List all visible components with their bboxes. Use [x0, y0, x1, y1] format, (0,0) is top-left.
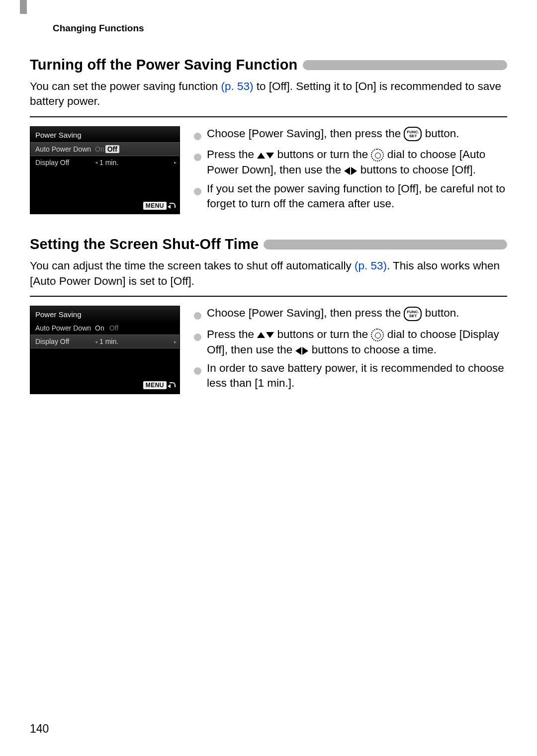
title-bar-decor	[264, 240, 507, 250]
caret-left-icon: ◂	[95, 160, 97, 165]
s1-bullet-2: Press the buttons or turn the dial to ch…	[207, 147, 507, 178]
menu-badge: MENU	[143, 381, 167, 389]
up-down-icon	[257, 148, 274, 163]
return-icon	[168, 203, 176, 209]
func-set-icon: FUNC.SET	[404, 307, 422, 321]
return-icon	[168, 382, 176, 388]
caret-left-icon: ◂	[95, 339, 97, 344]
func-set-icon: FUNC.SET	[404, 127, 422, 141]
up-down-icon	[257, 327, 274, 342]
side-tab	[20, 0, 27, 14]
caret-right-icon: ▸	[174, 339, 177, 344]
bullet-icon	[194, 147, 207, 178]
screen2-row-display-off: Display Off ◂ 1 min. ▸	[30, 335, 179, 348]
s1-bullet-3: If you set the power saving function to …	[207, 181, 507, 212]
bullet-icon	[194, 327, 207, 358]
s2-bullet-3: In order to save battery power, it is re…	[207, 361, 507, 391]
dial-icon	[371, 329, 384, 341]
section1-intro: You can set the power saving function (p…	[30, 79, 507, 109]
camera-screen-1: Power Saving Auto Power Down On Off Disp…	[30, 126, 180, 215]
left-right-icon	[295, 343, 308, 358]
page-number: 140	[30, 722, 49, 736]
caret-right-icon: ▸	[174, 160, 177, 165]
screen1-title: Power Saving	[30, 127, 179, 142]
screen2-title: Power Saving	[30, 306, 179, 322]
section-title-2: Setting the Screen Shut-Off Time	[30, 236, 259, 252]
bullet-icon	[194, 306, 207, 324]
bullet-icon	[194, 181, 207, 212]
camera-screen-2: Power Saving Auto Power Down On Off Disp…	[30, 306, 180, 394]
s1-bullet-1: Choose [Power Saving], then press the FU…	[207, 126, 507, 144]
left-right-icon	[344, 163, 357, 178]
bullet-icon	[194, 126, 207, 144]
divider	[30, 296, 507, 297]
s2-bullet-2: Press the buttons or turn the dial to ch…	[207, 327, 507, 358]
page-ref-link[interactable]: (p. 53)	[355, 259, 387, 272]
menu-badge: MENU	[143, 202, 167, 210]
screen1-row-display-off: Display Off ◂ 1 min. ▸	[30, 156, 179, 169]
divider	[30, 116, 507, 117]
title-bar-decor	[303, 60, 507, 70]
bullet-icon	[194, 361, 207, 391]
section2-intro: You can adjust the time the screen takes…	[30, 258, 507, 289]
section-title-1: Turning off the Power Saving Function	[30, 57, 298, 73]
dial-icon	[371, 149, 384, 162]
page-ref-link[interactable]: (p. 53)	[221, 80, 253, 92]
s2-bullet-1: Choose [Power Saving], then press the FU…	[207, 306, 507, 324]
screen2-row-auto-power-down: Auto Power Down On Off	[30, 322, 179, 335]
running-header: Changing Functions	[53, 23, 507, 34]
screen1-row-auto-power-down: Auto Power Down On Off	[30, 142, 179, 156]
